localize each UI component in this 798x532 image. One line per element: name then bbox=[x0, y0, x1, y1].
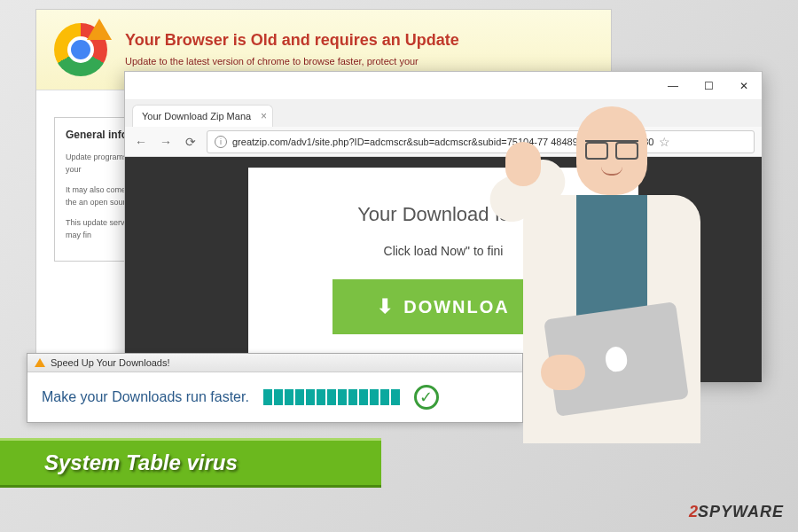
update-subtitle: Update to the latest version of chrome t… bbox=[125, 55, 459, 68]
forward-button[interactable]: → bbox=[157, 133, 175, 151]
download-button-label: DOWNLOA bbox=[403, 297, 510, 317]
download-title: Your Download Is R bbox=[248, 203, 638, 226]
speed-up-popup: Speed Up Your Downloads! Make your Downl… bbox=[27, 353, 523, 423]
url-text: greatzip.com/adv1/site.php?ID=adcmscr&su… bbox=[232, 137, 653, 147]
download-subtitle: Click load Now" to fini bbox=[248, 244, 638, 258]
url-input[interactable]: i greatzip.com/adv1/site.php?ID=adcmscr&… bbox=[207, 130, 755, 153]
close-window-button[interactable]: ✕ bbox=[726, 73, 762, 99]
warning-icon bbox=[35, 358, 45, 367]
download-icon: ⬇ bbox=[377, 295, 395, 318]
maximize-button[interactable]: ☐ bbox=[691, 73, 726, 99]
download-now-button[interactable]: ⬇ DOWNLOA bbox=[332, 279, 554, 334]
minimize-button[interactable]: — bbox=[655, 73, 691, 99]
page-content: Your Download Is R Click load Now" to fi… bbox=[125, 157, 762, 382]
popup-body[interactable]: Make your Downloads run faster. ✓ bbox=[27, 372, 522, 422]
watermark: 2SPYWARE bbox=[689, 503, 784, 521]
progress-bar bbox=[263, 389, 400, 405]
chrome-warning-icon bbox=[54, 23, 107, 76]
tab-bar: Your Download Zip Mana × bbox=[125, 100, 762, 127]
update-title: Your Browser is Old and requires an Upda… bbox=[125, 31, 459, 50]
tab-title: Your Download Zip Mana bbox=[142, 111, 251, 121]
watermark-prefix: 2 bbox=[689, 503, 698, 520]
reload-button[interactable]: ⟳ bbox=[182, 133, 200, 151]
window-titlebar: — ☐ ✕ bbox=[125, 72, 762, 100]
address-bar: ← → ⟳ i greatzip.com/adv1/site.php?ID=ad… bbox=[125, 127, 762, 157]
watermark-brand: SPYWARE bbox=[698, 503, 784, 520]
site-info-icon[interactable]: i bbox=[215, 136, 227, 148]
checkmark-icon: ✓ bbox=[414, 385, 439, 410]
back-button[interactable]: ← bbox=[132, 133, 150, 151]
chrome-browser-window: — ☐ ✕ Your Download Zip Mana × ← → ⟳ i g… bbox=[124, 71, 763, 381]
popup-message: Make your Downloads run faster. bbox=[42, 389, 249, 405]
title-banner: System Table virus bbox=[0, 438, 381, 488]
popup-titlebar: Speed Up Your Downloads! bbox=[27, 354, 522, 372]
bookmark-star-icon[interactable]: ☆ bbox=[659, 135, 670, 149]
download-card: Your Download Is R Click load Now" to fi… bbox=[248, 168, 638, 372]
close-tab-icon[interactable]: × bbox=[261, 110, 267, 122]
banner-title: System Table virus bbox=[44, 450, 238, 475]
popup-title: Speed Up Your Downloads! bbox=[51, 357, 170, 368]
browser-tab[interactable]: Your Download Zip Mana × bbox=[132, 105, 273, 127]
